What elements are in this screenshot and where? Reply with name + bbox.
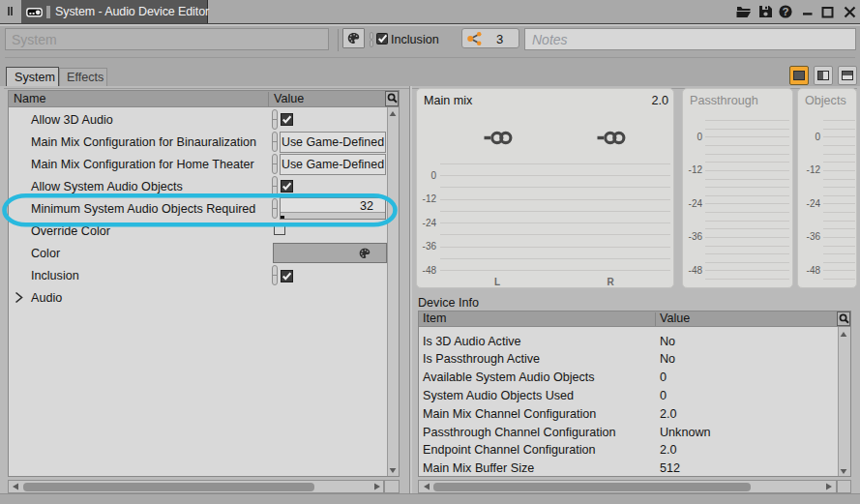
svg-text:?: ? — [782, 6, 788, 17]
